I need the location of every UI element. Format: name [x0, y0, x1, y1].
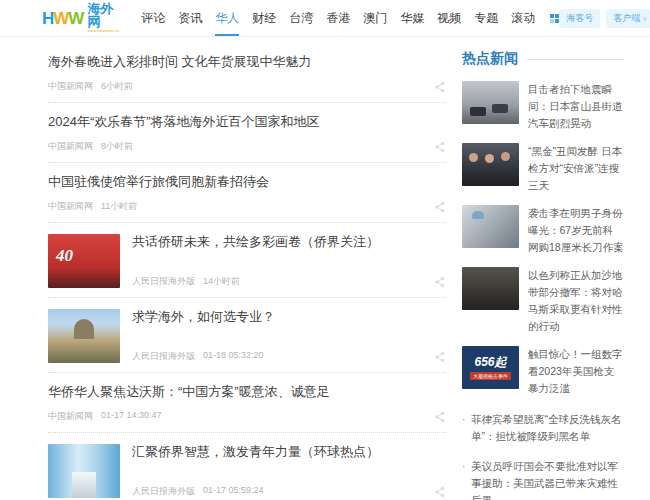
article-row[interactable]: 中国驻俄使馆举行旅俄同胞新春招待会 中国新闻网11小时前: [48, 163, 446, 223]
chevron-down-icon: ∨: [642, 15, 647, 22]
nav-item-taiwan[interactable]: 台湾: [289, 0, 313, 36]
article-row[interactable]: 华侨华人聚焦达沃斯：“中国方案”暖意浓、诚意足 中国新闻网01-17 14:30…: [48, 373, 446, 433]
article-title[interactable]: 共话侨研未来，共绘多彩画卷（侨界关注）: [132, 234, 446, 251]
share-icon[interactable]: [434, 351, 446, 363]
article-thumbnail-anniversary[interactable]: 40: [48, 234, 120, 288]
nav-item-huaren[interactable]: 华人: [215, 0, 239, 36]
hot-news-text[interactable]: 触目惊心！一组数字看2023年美国枪支暴力泛滥: [528, 346, 624, 397]
stat-number: 656起: [474, 355, 506, 369]
hot-news-text-list: 菲律宾希望脱离“全球反洗钱灰名单”：担忧被降级到黑名单 美议员呼吁国会不要批准对…: [462, 411, 624, 500]
nav-item-video[interactable]: 视频: [437, 0, 461, 36]
hot-news-item[interactable]: 以色列称正从加沙地带部分撤军：将对哈马斯采取更有针对性的行动: [462, 267, 624, 335]
hot-news-item[interactable]: 袭击李在明男子身份曝光：67岁无前科 网购18厘米长刀作案: [462, 205, 624, 256]
article-time: 01-18 05:32:20: [203, 350, 264, 363]
article-title[interactable]: 2024年“欢乐春节”将落地海外近百个国家和地区: [48, 114, 446, 131]
hot-news-text[interactable]: 目击者拍下地震瞬间：日本富山县街道汽车剧烈晃动: [528, 81, 624, 132]
article-title[interactable]: 华侨华人聚焦达沃斯：“中国方案”暖意浓、诚意足: [48, 384, 446, 401]
article-thumbnail-university[interactable]: [48, 309, 120, 363]
article-row[interactable]: 40 共话侨研未来，共绘多彩画卷（侨界关注） 人民日报海外版14小时前: [48, 223, 446, 298]
hot-news-text[interactable]: “黑金”丑闻发酵 日本检方对“安倍派”连搜三天: [528, 143, 624, 194]
article-row[interactable]: 求学海外，如何选专业？ 人民日报海外版01-18 05:32:20: [48, 298, 446, 373]
hot-news-sidebar: 热点新闻 目击者拍下地震瞬间：日本富山县街道汽车剧烈晃动 “黑金”丑闻发酵 日本…: [462, 43, 624, 500]
share-icon[interactable]: [434, 486, 446, 498]
article-title[interactable]: 海外春晚进入彩排时间 文化年货展现中华魅力: [48, 54, 446, 71]
article-row[interactable]: 2024年“欢乐春节”将落地海外近百个国家和地区 中国新闻网8小时前: [48, 103, 446, 163]
article-title[interactable]: 中国驻俄使馆举行旅俄同胞新春招待会: [48, 174, 446, 191]
article-title[interactable]: 汇聚侨界智慧，激发青年力量（环球热点）: [132, 444, 446, 461]
hot-news-title: 热点新闻: [462, 50, 518, 68]
nav-item-special[interactable]: 专题: [474, 0, 498, 36]
site-url: www.haiwainet.cn: [87, 28, 119, 34]
client-app-button[interactable]: 客户端∨: [606, 9, 650, 28]
article-time: 14小时前: [203, 275, 240, 288]
site-name: 海外网: [87, 2, 119, 28]
hot-news-text[interactable]: 袭击李在明男子身份曝光：67岁无前科 网购18厘米长刀作案: [528, 205, 624, 256]
nav-item-huamei[interactable]: 华媒: [400, 0, 424, 36]
top-header: HWW 海外网 www.haiwainet.cn 评论 资讯 华人 财经 台湾 …: [0, 0, 650, 37]
article-source: 人民日报海外版: [132, 485, 195, 498]
share-icon[interactable]: [434, 81, 446, 93]
thumbnail-gun-violence-stat: 656起 大规模枪击事件: [462, 346, 519, 389]
article-source: 人民日报海外版: [132, 275, 195, 288]
stat-label: 大规模枪击事件: [470, 372, 511, 380]
article-list: 海外春晚进入彩排时间 文化年货展现中华魅力 中国新闻网6小时前 2024年“欢乐…: [48, 43, 446, 500]
nav-item-finance[interactable]: 财经: [252, 0, 276, 36]
article-time: 01-17 14:30:47: [101, 410, 162, 423]
nav-item-hongkong[interactable]: 香港: [326, 0, 350, 36]
nav-item-macau[interactable]: 澳门: [363, 0, 387, 36]
logo-hww-mark: HWW: [42, 10, 83, 27]
article-time: 11小时前: [101, 200, 137, 213]
thumbnail-politicians: [462, 143, 519, 186]
thumbnail-earthquake-street: [462, 81, 519, 124]
article-source: 中国新闻网: [48, 80, 93, 93]
article-row[interactable]: 汇聚侨界智慧，激发青年力量（环球热点） 人民日报海外版01-17 05:59:2…: [48, 433, 446, 500]
site-logo[interactable]: HWW 海外网 www.haiwainet.cn: [42, 2, 119, 34]
article-time: 8小时前: [101, 140, 133, 153]
share-icon[interactable]: [434, 201, 446, 213]
thumbnail-gaza-troops: [462, 267, 519, 310]
thumbnail-attack-scene: [462, 205, 519, 248]
share-icon[interactable]: [434, 141, 446, 153]
share-icon[interactable]: [434, 411, 446, 423]
article-source: 中国新闻网: [48, 200, 93, 213]
title-rule: [526, 59, 624, 60]
hot-news-link[interactable]: 美议员呼吁国会不要批准对以军事援助：美国武器已带来灾难性后果: [462, 458, 624, 500]
hot-news-item[interactable]: “黑金”丑闻发酵 日本检方对“安倍派”连搜三天: [462, 143, 624, 194]
nav-item-comment[interactable]: 评论: [141, 0, 165, 36]
more-channels-grid-icon[interactable]: [550, 14, 559, 23]
hot-news-link[interactable]: 菲律宾希望脱离“全球反洗钱灰名单”：担忧被降级到黑名单: [462, 411, 624, 445]
article-source: 中国新闻网: [48, 410, 93, 423]
article-row[interactable]: 海外春晚进入彩排时间 文化年货展现中华魅力 中国新闻网6小时前: [48, 43, 446, 103]
haike-account-button[interactable]: 海客号: [559, 9, 600, 28]
hot-news-item[interactable]: 656起 大规模枪击事件 触目惊心！一组数字看2023年美国枪支暴力泛滥: [462, 346, 624, 397]
nav-item-news[interactable]: 资讯: [178, 0, 202, 36]
article-time: 01-17 05:59:24: [203, 485, 264, 498]
main-nav: 评论 资讯 华人 财经 台湾 香港 澳门 华媒 视频 专题 滚动: [141, 0, 559, 36]
article-thumbnail-expo-hall[interactable]: [48, 444, 120, 498]
hot-news-text[interactable]: 以色列称正从加沙地带部分撤军：将对哈马斯采取更有针对性的行动: [528, 267, 624, 335]
thumbnail-text: 40: [56, 246, 73, 266]
article-source: 中国新闻网: [48, 140, 93, 153]
article-source: 人民日报海外版: [132, 350, 195, 363]
nav-item-rolling[interactable]: 滚动: [511, 0, 535, 36]
hot-news-item[interactable]: 目击者拍下地震瞬间：日本富山县街道汽车剧烈晃动: [462, 81, 624, 132]
article-time: 6小时前: [101, 80, 133, 93]
share-icon[interactable]: [434, 276, 446, 288]
article-title[interactable]: 求学海外，如何选专业？: [132, 309, 446, 326]
